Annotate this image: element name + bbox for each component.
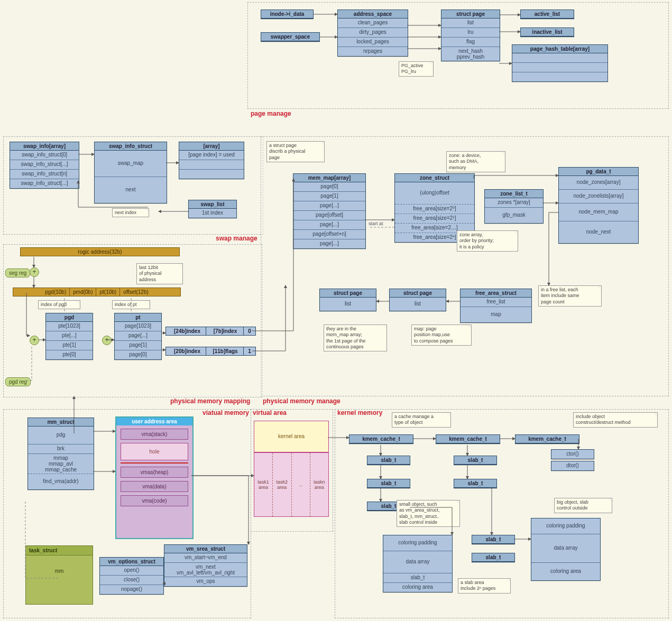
label-virtual-area: virtual area bbox=[253, 409, 287, 416]
entity-ctor: ctor() bbox=[551, 449, 594, 459]
inode-header: inode->i_data bbox=[261, 10, 313, 18]
note-ctor: include object construct/destruct method bbox=[573, 412, 658, 428]
cell-flag-1: 1 bbox=[243, 347, 256, 356]
entity-struct-page-l: struct page list bbox=[319, 289, 376, 311]
label-swap-manage: swap manage bbox=[216, 235, 257, 242]
gold-segments: pgd(10b)pmd(0b)pt(10b)offset(12b) bbox=[13, 288, 181, 296]
entity-pg-data-t: pg_data_t node_zones[array] node_zonelis… bbox=[558, 167, 639, 244]
entity-slab-a1: slab_t bbox=[367, 456, 410, 465]
entity-pt: pt page[1023] page[...] page[1] page[0] bbox=[114, 313, 162, 360]
entity-slab-b1: slab_t bbox=[454, 456, 497, 465]
entity-mem-map: mem_map[array] page[0] page[1] page[...]… bbox=[293, 173, 366, 249]
cell-20b-index: [20b]index bbox=[165, 347, 209, 356]
badge-pgd-reg: pgd reg bbox=[5, 377, 31, 386]
entity-vm-options-struct: vm_options_struct open() close() nopage(… bbox=[99, 557, 164, 595]
entity-kmem-3: kmem_cache_t bbox=[515, 434, 579, 444]
entity-struct-page-top: struct page list lru flag next_hash ppre… bbox=[441, 10, 500, 61]
badge-seg-reg: seg reg bbox=[5, 268, 30, 277]
entity-swap-array: [array] [page index] = used bbox=[179, 142, 244, 179]
plus-seg: + bbox=[30, 267, 39, 277]
entity-slab-c1: slab_t bbox=[472, 535, 515, 544]
entity-slab-c2: slab_t bbox=[472, 553, 515, 562]
entity-struct-page-r: struct page list bbox=[389, 289, 446, 311]
entity-vm-srea-struct: vm_srea_struct vm_start~vm_end vm_next v… bbox=[164, 544, 247, 587]
entity-active-list: active_list bbox=[520, 10, 574, 19]
entity-kmem-1: kmem_cache_t bbox=[349, 434, 413, 444]
note-zone: zone: a device, such as DMA, memory bbox=[446, 151, 505, 172]
cell-7b-index: [7b]index bbox=[206, 327, 245, 336]
entity-swap-info-struct: swap_info_struct swap_map next bbox=[94, 142, 167, 203]
note-cache-manage: a cache manage a type of object bbox=[392, 412, 451, 428]
note-zone-list: zone array, order by priority; it is a p… bbox=[457, 230, 518, 252]
entity-zone-list-t: zone_list_t zones *[array] gfp_mask bbox=[484, 189, 544, 224]
entity-pgd: pgd pte[1023] pte[...] pte[1] pte[0] bbox=[45, 313, 93, 360]
entity-inactive-list: inactive_list bbox=[520, 27, 574, 37]
plus-pgd: + bbox=[30, 336, 39, 345]
entity-swap-list: swap_list 1st index bbox=[188, 200, 237, 218]
entity-kmem-2: kmem_cache_t bbox=[436, 434, 500, 444]
note-continuous-pages: they are in the mem_map array; the 1st p… bbox=[324, 325, 387, 351]
box-user-address-area: user address area vma(stack) hole vmas(h… bbox=[115, 416, 194, 539]
entity-page-hash-table: page_hash_table[array] bbox=[512, 44, 608, 82]
plus-pt: + bbox=[102, 336, 112, 345]
entity-slab-box-b: coloring padding data array coloring are… bbox=[531, 518, 601, 581]
cell-24b-index: [24b]index bbox=[165, 327, 209, 336]
box-task-struct: task_struct mm bbox=[25, 545, 93, 605]
note-free-list: in a free list, each item include same p… bbox=[538, 285, 602, 307]
entity-slab-b2: slab_t bbox=[454, 479, 497, 488]
label-phys-mapping: physical memory mapping bbox=[170, 397, 250, 405]
box-task-areas: task1 area task2 area ... taskn area bbox=[254, 452, 329, 517]
entity-slab-a2: slab_t bbox=[367, 479, 410, 488]
note-big-object: big object, slab control outside bbox=[554, 498, 612, 513]
cell-11b-flags: [11b]flags bbox=[206, 347, 245, 356]
cell-flag-0: 0 bbox=[243, 327, 256, 336]
label-start-at: start at bbox=[369, 221, 383, 226]
note-struct-page: a struct page discrib a physical page bbox=[266, 141, 325, 162]
label-phys-manage: physical memory manage bbox=[263, 397, 340, 405]
note-idx-pt: index of pt bbox=[112, 300, 150, 309]
label-page-manage: page manage bbox=[251, 110, 291, 117]
note-last12: last 12bit of physical address bbox=[136, 263, 183, 284]
entity-inode: inode->i_data bbox=[261, 10, 314, 19]
note-next-index: next index bbox=[112, 208, 149, 217]
box-kernel-area: kernel area bbox=[254, 421, 329, 452]
entity-swapper-space: swapper_space bbox=[261, 32, 320, 42]
note-slab-area: a slab area include 2ⁿ pages bbox=[458, 578, 511, 594]
label-virtual-memory: viatual memory bbox=[202, 409, 249, 416]
entity-address-space: address_space clean_pages dirty_pages lo… bbox=[337, 10, 408, 57]
entity-mm-struct: mm_struct pdg brk mmap mmap_avl mmap_cac… bbox=[27, 418, 94, 490]
entity-swap-info-array: swap_info[array] swap_info_struct[0] swa… bbox=[10, 142, 79, 189]
gold-rogic-address: rogic address(32b) bbox=[20, 247, 180, 256]
note-small-object: small object, such as vm_area_struct, sl… bbox=[397, 500, 460, 527]
note-idx-pgd: index of pgd bbox=[38, 300, 80, 309]
entity-slab-box-a: coloring padding data array slab_t color… bbox=[383, 535, 453, 592]
label-kernel-memory: kernel memory bbox=[337, 409, 382, 416]
note-pg-active: PG_active PG_lru bbox=[399, 61, 434, 77]
entity-free-area-struct: free_area_struct free_list map bbox=[460, 289, 532, 323]
entity-dtor: dtor() bbox=[551, 461, 594, 471]
note-map-pages: map: page position map,use to compose pa… bbox=[411, 325, 472, 346]
